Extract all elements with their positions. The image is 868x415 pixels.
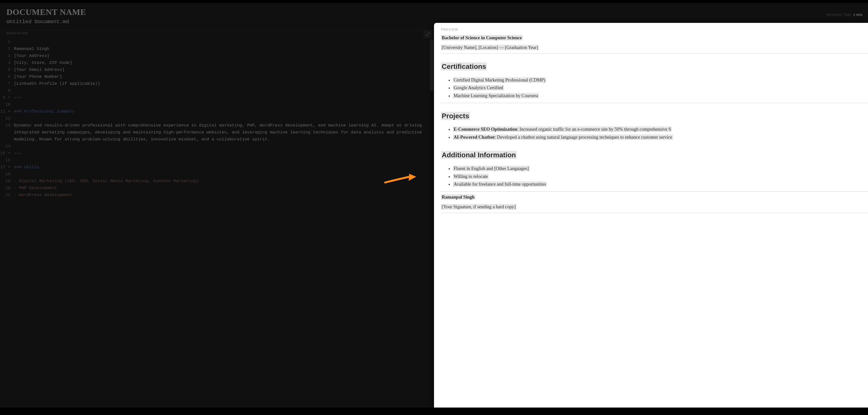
line-number: 18 [0, 171, 10, 178]
list-item: Willing to relocate [453, 173, 868, 180]
list-item: Fluent in English and [Other Languages] [453, 165, 868, 172]
code-editor[interactable]: 123456789 ▾1011 ▾12131415 ▾1617 ▾1819202… [0, 38, 434, 408]
line-number: 11 ▾ [0, 108, 10, 115]
projects-list: E-Commerce SEO Optimization: Increased o… [441, 126, 868, 141]
line-number: 21 [0, 191, 10, 199]
list-item: AI-Powered Chatbot: Developed a chatbot … [453, 134, 868, 141]
divider [441, 53, 868, 54]
signature-name: Ramanpal Singh [441, 194, 475, 200]
reading-time: READING TIME: 2 MIN [827, 13, 863, 17]
editor-pane: MARKDOWN 123456789 ▾1011 ▾12131415 ▾1617… [0, 30, 434, 408]
line-number: 6 [0, 73, 10, 80]
degree-sub: [University Name], [Location] — [Graduat… [441, 45, 539, 50]
heading-certifications: Certifications [441, 62, 487, 70]
project-1-title: E-Commerce SEO Optimization [454, 127, 517, 132]
preview-pane: PREVIEW Bachelor of Science in Computer … [434, 23, 868, 408]
expand-icon [426, 32, 430, 36]
project-2-text: : Developed a chatbot using natural lang… [495, 135, 672, 140]
line-number: 10 [0, 101, 10, 108]
list-item: Available for freelance and full-time op… [453, 181, 868, 188]
divider [441, 103, 868, 103]
line-number: 15 ▾ [0, 150, 10, 157]
heading-additional: Additional Information [441, 151, 517, 159]
line-number: 8 [0, 87, 10, 94]
line-number: 16 [0, 157, 10, 164]
line-number: 17 ▾ [0, 164, 10, 171]
document-name-label: DOCUMENT NAME [6, 7, 862, 17]
line-number: 20 [0, 185, 10, 191]
main-split: MARKDOWN 123456789 ▾1011 ▾12131415 ▾1617… [0, 30, 868, 408]
line-number: 5 [0, 66, 10, 73]
heading-projects: Projects [441, 112, 470, 120]
line-number: 13 [0, 122, 10, 143]
line-number: 3 [0, 53, 10, 59]
line-number: 2 [0, 46, 10, 53]
expand-editor-button[interactable] [424, 31, 432, 38]
list-item: Machine Learning Specialization by Cours… [453, 92, 868, 99]
preview-body[interactable]: Bachelor of Science in Computer Science … [434, 33, 868, 215]
editor-caption: MARKDOWN [6, 32, 29, 35]
degree-title: Bachelor of Science in Computer Science [441, 35, 523, 40]
list-item: E-Commerce SEO Optimization: Increased o… [453, 126, 868, 133]
divider [441, 213, 868, 213]
code-content[interactable]: Ramanpal Singh[Your Address][City, State… [14, 38, 434, 408]
app-window: DOCUMENT NAME Untitled Document.md READI… [0, 3, 868, 408]
project-1-text: : Increased organic traffic for an e-com… [517, 127, 671, 132]
line-number: 9 ▾ [0, 94, 10, 101]
line-number: 19 [0, 178, 10, 185]
line-number: 14 [0, 143, 10, 150]
reading-time-label: READING TIME: [827, 13, 852, 17]
additional-list: Fluent in English and [Other Languages] … [441, 165, 868, 188]
list-item: Google Analytics Certified [453, 84, 868, 91]
list-item: Certified Digital Marketing Professional… [453, 77, 868, 84]
project-2-title: AI-Powered Chatbot [454, 135, 495, 140]
certifications-list: Certified Digital Marketing Professional… [441, 77, 868, 99]
reading-time-value: 2 MIN [854, 13, 863, 17]
preview-caption: PREVIEW [441, 28, 868, 31]
line-number: 12 [0, 115, 10, 122]
line-number-gutter: 123456789 ▾1011 ▾12131415 ▾1617 ▾1819202… [0, 38, 14, 408]
editor-scrollbar[interactable] [430, 39, 434, 91]
line-number: 4 [0, 59, 10, 66]
signature-note: [Your Signature, if sending a hard copy] [441, 204, 517, 209]
line-number: 7 [0, 80, 10, 87]
line-number: 1 [0, 38, 10, 46]
